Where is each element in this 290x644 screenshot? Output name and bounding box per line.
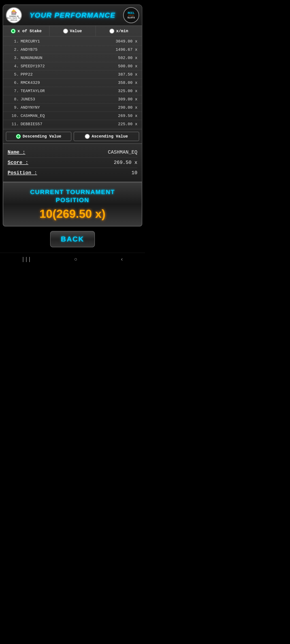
user-position-label: Position : — [8, 170, 37, 176]
lb-name: ANDYNYNY — [19, 105, 118, 110]
user-score-label: Score : — [8, 160, 28, 166]
slots-text: SLOTS — [127, 16, 135, 19]
table-row: 9.ANDYNYNY290.00 x — [3, 104, 142, 112]
main-container: 🎰 CASHMAN_EQRetro Slots For Android YOUR… — [0, 0, 145, 265]
lb-score: 309.00 x — [118, 97, 137, 102]
back-button[interactable]: BACK — [50, 231, 95, 247]
lb-rank: 3. — [8, 56, 19, 60]
table-row: 4.SPEEDY1972500.00 x — [3, 62, 142, 70]
radio-x-per-min[interactable]: x/min — [96, 26, 142, 36]
lb-rank: 5. — [8, 72, 19, 77]
lb-rank: 11. — [8, 122, 19, 126]
table-row: 10.CASHMAN_EQ269.50 x — [3, 112, 142, 120]
table-row: 6.RMCK4329358.00 x — [3, 79, 142, 87]
slot-machine-icon: 🎰 — [11, 10, 17, 16]
nav-back-icon[interactable]: ‹ — [120, 256, 124, 262]
lb-rank: 8. — [8, 97, 19, 102]
table-row: 5.PPP22387.50 x — [3, 70, 142, 79]
header: 🎰 CASHMAN_EQRetro Slots For Android YOUR… — [3, 4, 142, 26]
radio-x-of-stake[interactable]: x of Stake — [3, 26, 50, 36]
tournament-title: CURRENT TOURNAMENT POSITION — [7, 188, 138, 204]
sort-ascending[interactable]: Ascending Value — [74, 132, 139, 141]
nav-menu-icon[interactable]: ||| — [22, 256, 31, 262]
tournament-banner: CURRENT TOURNAMENT POSITION 10(269.50 x) — [3, 182, 142, 226]
table-row: 11.DEBBIES57225.00 x — [3, 120, 142, 128]
lb-name: CASHMAN_EQ — [19, 114, 118, 118]
lb-score: 269.50 x — [118, 114, 137, 118]
lb-rank: 7. — [8, 89, 19, 93]
lb-rank: 9. — [8, 105, 19, 110]
radio-circle-x-per-min[interactable] — [109, 28, 114, 34]
user-score-value: 269.50 x — [114, 160, 137, 166]
leaderboard: 1.MERCURY13049.00 x2.ANDYB751496.67 x3.N… — [3, 36, 142, 129]
table-row: 1.MERCURY13049.00 x — [3, 37, 142, 46]
lb-score: 358.00 x — [118, 80, 137, 85]
lb-name: JUNE53 — [19, 97, 118, 102]
tournament-title-line1: CURRENT TOURNAMENT — [30, 188, 115, 196]
lb-rank: 2. — [8, 48, 19, 52]
lb-score: 387.50 x — [118, 72, 137, 77]
logo-right: REEL istic SLOTS — [123, 7, 139, 23]
reel-text: REEL — [128, 12, 134, 14]
radio-circle-x-of-stake[interactable] — [11, 28, 16, 34]
lb-name: RMCK4329 — [19, 80, 118, 85]
lb-rank: 4. — [8, 64, 19, 68]
content-panel: x of Stake Value x/min 1.MERCURY13049.00… — [3, 26, 142, 144]
lb-name: ANDYB75 — [19, 48, 116, 52]
lb-rank: 6. — [8, 80, 19, 85]
table-row: 2.ANDYB751496.67 x — [3, 46, 142, 54]
tournament-score: 10(269.50 x) — [7, 207, 138, 220]
radio-circle-value[interactable] — [63, 28, 68, 34]
lb-score: 1496.67 x — [116, 48, 137, 52]
user-name-row: Name : CASHMAN_EQ — [8, 147, 137, 158]
sort-desc-radio[interactable] — [16, 134, 21, 139]
lb-name: TEAMTAYLOR — [19, 89, 118, 93]
table-row: 3.NUNUNUNUN502.00 x — [3, 54, 142, 62]
lb-name: NUNUNUNUN — [19, 56, 118, 60]
user-position-value: 10 — [132, 170, 137, 176]
nav-home-icon[interactable]: ○ — [74, 256, 77, 262]
radio-label-value: Value — [70, 29, 82, 33]
lb-score: 502.00 x — [118, 56, 137, 60]
user-score-row: Score : 269.50 x — [8, 158, 137, 168]
sort-asc-radio[interactable] — [85, 134, 90, 139]
lb-score: 290.00 x — [118, 105, 137, 110]
lb-name: DEBBIES57 — [19, 122, 118, 126]
table-row: 7.TEAMTAYLOR325.00 x — [3, 87, 142, 95]
lb-name: MERCURY1 — [19, 39, 116, 44]
lb-score: 500.00 x — [118, 64, 137, 68]
table-row: 8.JUNE53309.00 x — [3, 95, 142, 104]
user-name-label: Name : — [8, 150, 25, 155]
header-title: YOUR PERFORMANCE — [22, 11, 123, 20]
tournament-title-line2: POSITION — [56, 196, 89, 204]
lb-score: 3049.00 x — [116, 39, 137, 44]
radio-row: x of Stake Value x/min — [3, 26, 142, 36]
lb-name: PPP22 — [19, 72, 118, 77]
logo-left: 🎰 CASHMAN_EQRetro Slots For Android — [6, 7, 22, 23]
radio-label-x-of-stake: x of Stake — [18, 29, 42, 33]
user-info-panel: Name : CASHMAN_EQ Score : 269.50 x Posit… — [3, 144, 142, 182]
lb-score: 325.00 x — [118, 89, 137, 93]
radio-value[interactable]: Value — [50, 26, 96, 36]
back-label: BACK — [58, 235, 87, 243]
user-position-row: Position : 10 — [8, 168, 137, 178]
radio-label-x-per-min: x/min — [116, 29, 128, 33]
lb-rank: 10. — [8, 114, 19, 118]
nav-bar: ||| ○ ‹ — [0, 253, 145, 265]
user-name-value: CASHMAN_EQ — [108, 150, 137, 155]
lb-score: 225.00 x — [118, 122, 137, 126]
lb-rank: 1. — [8, 39, 19, 44]
lb-name: SPEEDY1972 — [19, 64, 118, 68]
sort-desc-label: Descending Value — [23, 134, 61, 139]
sort-asc-label: Ascending Value — [92, 134, 128, 139]
logo-left-text: CASHMAN_EQRetro Slots For Android — [7, 16, 21, 21]
sort-row: Descending Value Ascending Value — [3, 129, 142, 143]
sort-descending[interactable]: Descending Value — [6, 132, 71, 141]
